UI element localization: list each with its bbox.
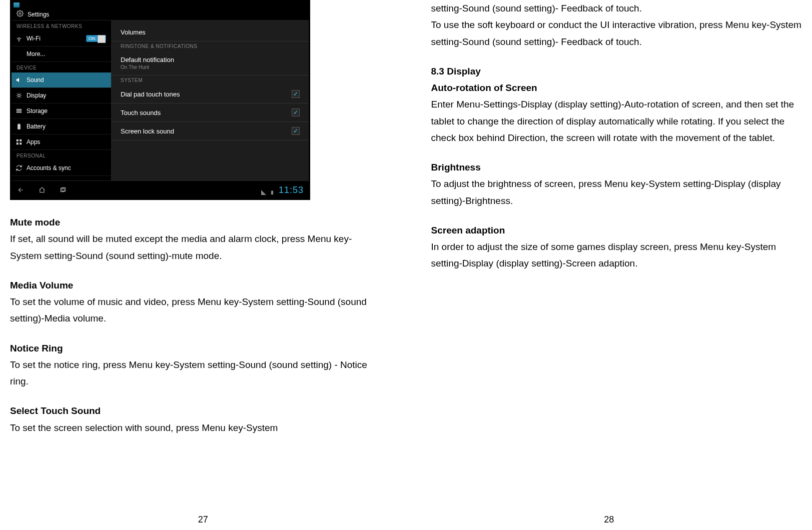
display-icon [16,92,23,99]
svg-point-1 [19,40,19,41]
recent-app-icon [14,2,20,8]
default-notification-value: On The Hunt [121,64,174,70]
svg-rect-4 [17,110,22,112]
sound-settings-panel: Volumes RINGTONE & NOTIFICATIONS Default… [112,20,309,182]
para-continued-2: To use the soft keyboard or conduct the … [431,16,802,50]
sidebar-item-battery[interactable]: Battery [12,119,111,134]
settings-sidebar: WIRELESS & NETWORKS Wi-Fi ON More... DEV… [12,20,112,182]
svg-rect-14 [271,190,273,194]
para-brightness: To adjust the brightness of screen, pres… [431,176,802,209]
heading-screen-adaption: Screen adaption [431,222,802,238]
recents-icon[interactable] [59,186,68,194]
system-tray: 11:53 [261,185,304,196]
sidebar-item-display[interactable]: Display [12,88,111,104]
svg-rect-6 [18,124,21,130]
section-ringtone-header: RINGTONE & NOTIFICATIONS [112,42,309,51]
touch-sounds-checkbox[interactable]: ✓ [292,108,300,116]
app-header: Settings [12,8,309,20]
sound-icon [16,76,23,84]
screen-lock-checkbox[interactable]: ✓ [292,127,300,135]
heading-media-volume: Media Volume [10,277,381,294]
section-wireless-header: WIRELESS & NETWORKS [12,20,111,31]
svg-rect-7 [19,124,20,124]
storage-icon [16,108,23,114]
svg-rect-15 [272,190,273,190]
section-system-header: SYSTEM [112,76,309,85]
panel-item-dial-pad-tones[interactable]: Dial pad touch tones ✓ [112,85,309,104]
svg-point-0 [19,12,21,14]
panel-item-default-notification[interactable]: Default notification On The Hunt [112,51,309,76]
storage-label: Storage [27,108,48,114]
para-auto-rotation: Enter Menu-Settings-Display (display set… [431,96,802,146]
para-media-volume: To set the volume of music and video, pr… [10,294,381,327]
svg-rect-5 [17,112,22,113]
dial-pad-label: Dial pad touch tones [121,90,180,98]
section-personal-header: PERSONAL [12,150,111,160]
heading-select-touch-sound: Select Touch Sound [10,402,381,419]
page-right: setting-Sound (sound setting)- Feedback … [406,0,813,530]
status-bar [12,2,309,8]
svg-rect-3 [17,109,22,110]
sidebar-item-more[interactable]: More... [12,46,111,62]
battery-label: Battery [27,123,46,130]
svg-rect-10 [17,142,19,144]
dial-pad-checkbox[interactable]: ✓ [292,90,300,98]
display-label: Display [27,92,46,99]
para-screen-adaption: In order to adjust the size of some game… [431,238,802,272]
home-icon[interactable] [38,186,47,194]
apps-icon [16,138,23,146]
page-left: Settings WIRELESS & NETWORKS Wi-Fi ON Mo… [0,0,406,530]
screen-lock-label: Screen lock sound [121,128,174,135]
sound-label: Sound [27,76,44,84]
para-continued-1: setting-Sound (sound setting)- Feedback … [431,0,802,16]
para-select-touch-sound: To set the screen selection with sound, … [10,420,381,436]
panel-item-volumes[interactable]: Volumes [112,24,309,42]
touch-sounds-label: Touch sounds [121,109,161,116]
sidebar-item-storage[interactable]: Storage [12,104,111,119]
para-notice-ring: To set the notice ring, press Menu key-S… [10,356,381,390]
sidebar-item-accounts[interactable]: Accounts & sync [12,160,111,176]
signal-icon [261,188,267,194]
sidebar-item-apps[interactable]: Apps [12,134,111,150]
accounts-label: Accounts & sync [27,164,71,172]
wifi-switch[interactable]: ON [86,35,106,42]
page-number-left: 27 [198,514,208,525]
more-label: More... [27,50,45,58]
svg-rect-9 [20,140,22,142]
panel-item-touch-sounds[interactable]: Touch sounds ✓ [112,104,309,122]
heading-auto-rotation: Auto-rotation of Screen [431,80,802,96]
volumes-label: Volumes [121,28,146,36]
wifi-icon [16,35,23,42]
svg-rect-11 [20,142,22,144]
heading-mute-mode: Mute mode [10,214,381,230]
default-notification-label: Default notification [121,56,174,64]
clock-text: 11:53 [279,185,304,196]
settings-gear-icon [17,10,24,18]
sidebar-item-sound[interactable]: Sound [12,72,111,88]
battery-icon [16,123,23,130]
page-number-right: 28 [604,514,614,525]
para-mute-mode: If set, all sound will be muted except t… [10,230,381,264]
navigation-bar: 11:53 [12,180,309,198]
heading-notice-ring: Notice Ring [10,340,381,356]
app-title: Settings [28,11,49,18]
heading-8-3-display: 8.3 Display [431,63,802,80]
sync-icon [16,164,23,172]
sidebar-item-wifi[interactable]: Wi-Fi ON [12,31,111,46]
back-icon[interactable] [17,186,26,194]
heading-brightness: Brightness [431,159,802,176]
svg-point-2 [18,94,21,97]
apps-label: Apps [27,138,40,146]
section-device-header: DEVICE [12,62,111,72]
battery-status-icon [270,188,276,194]
wifi-label: Wi-Fi [27,35,41,42]
android-settings-screenshot: Settings WIRELESS & NETWORKS Wi-Fi ON Mo… [10,0,310,200]
panel-item-screen-lock-sound[interactable]: Screen lock sound ✓ [112,122,309,140]
svg-rect-8 [17,140,19,142]
